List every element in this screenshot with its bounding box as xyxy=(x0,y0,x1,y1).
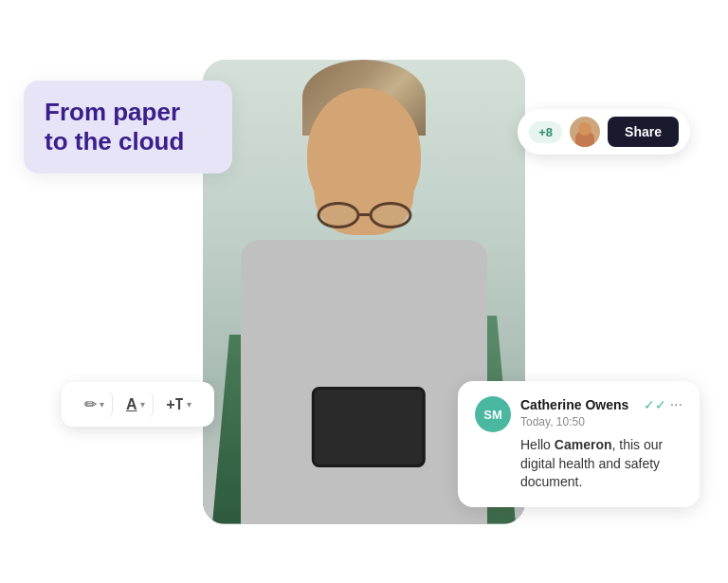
message-avatar: SM xyxy=(475,396,511,432)
share-bar: +8 Share xyxy=(518,109,690,155)
share-button[interactable]: Share xyxy=(608,117,679,147)
message-meta: Catherine Owens ✓✓ ··· Today, 10:50 xyxy=(520,396,682,428)
message-card: SM Catherine Owens ✓✓ ··· Today, 10:50 H… xyxy=(458,381,700,507)
pen-tool-button[interactable]: ✏ ▾ xyxy=(77,392,113,417)
message-body: Hello Cameron, this our digital health a… xyxy=(475,436,682,492)
message-text-bold: Cameron xyxy=(555,437,612,452)
toolbar: ✏ ▾ A ▾ +T ▾ xyxy=(62,382,214,427)
tablet-device xyxy=(312,387,426,467)
person-face xyxy=(315,131,414,235)
person-glasses xyxy=(312,202,416,230)
text-chevron-icon: ▾ xyxy=(140,399,145,410)
pen-icon: ✏ xyxy=(84,395,97,413)
text-icon: A xyxy=(126,396,137,413)
more-users-badge: +8 xyxy=(529,121,562,143)
text-format-button[interactable]: A ▾ xyxy=(118,392,154,417)
add-text-icon: +T xyxy=(167,396,184,413)
message-text-before: Hello xyxy=(520,437,555,452)
double-check-icon: ✓✓ xyxy=(644,397,666,412)
pen-chevron-icon: ▾ xyxy=(100,399,104,410)
person-body xyxy=(241,240,487,524)
addtext-chevron-icon: ▾ xyxy=(187,399,191,410)
message-actions: ✓✓ ··· xyxy=(644,396,682,413)
scene: From paper to the cloud +8 Share ✏ ▾ A ▾… xyxy=(0,0,728,583)
person-head xyxy=(307,88,421,221)
message-timestamp: Today, 10:50 xyxy=(520,415,682,428)
message-sender-name: Catherine Owens xyxy=(520,397,628,412)
add-text-button[interactable]: +T ▾ xyxy=(159,392,199,417)
tagline-bubble: From paper to the cloud xyxy=(24,81,232,173)
message-name-row: Catherine Owens ✓✓ ··· xyxy=(520,396,682,413)
more-options-icon[interactable]: ··· xyxy=(670,396,682,413)
tagline-text: From paper to the cloud xyxy=(45,98,211,156)
avatar-small xyxy=(570,117,600,147)
message-header: SM Catherine Owens ✓✓ ··· Today, 10:50 xyxy=(475,396,682,432)
